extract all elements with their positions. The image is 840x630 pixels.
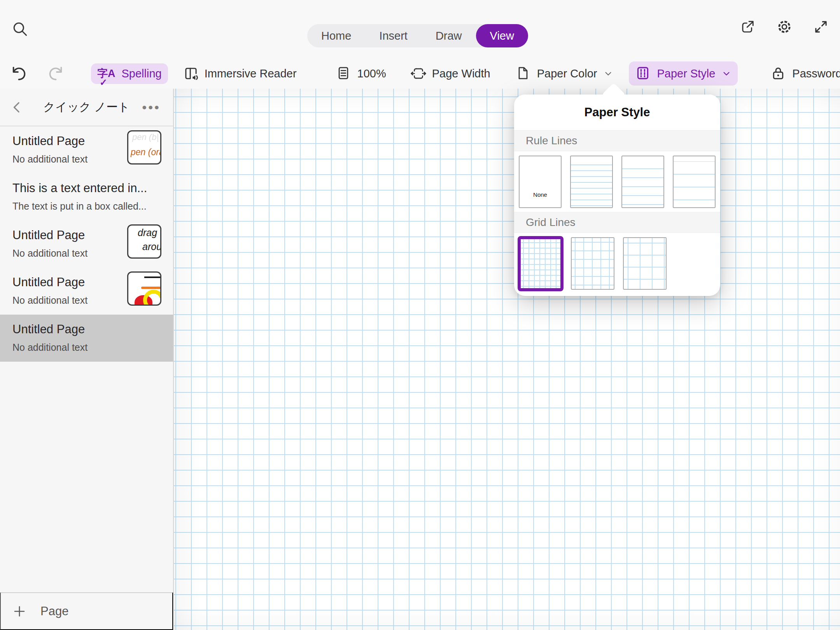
page-width-icon <box>410 65 427 82</box>
fullscreen-button[interactable] <box>813 19 829 35</box>
chevron-left-icon <box>9 100 25 115</box>
page-list: Untitled Page No additional text pen (b|… <box>0 126 173 592</box>
chevron-down-icon <box>721 68 732 79</box>
grid-lines-options <box>514 233 720 296</box>
page-subtitle: No additional text <box>12 295 122 306</box>
thumb-yellow-ring <box>143 290 161 306</box>
share-icon <box>740 19 756 35</box>
paper-color-label: Paper Color <box>537 67 597 80</box>
page-list-sidebar: クイック ノート ••• Untitled Page No additional… <box>0 89 174 630</box>
page-thumbnail: drag arou <box>127 224 161 259</box>
share-button[interactable] <box>740 19 756 35</box>
window-actions <box>740 19 829 35</box>
thumb-ink: arou <box>142 241 161 252</box>
settings-button[interactable] <box>776 19 793 35</box>
page-subtitle: No additional text <box>12 154 122 165</box>
popover-title: Paper Style <box>514 94 720 130</box>
tab-draw[interactable]: Draw <box>422 24 476 47</box>
rule-option-wide[interactable] <box>673 156 716 208</box>
immersive-reader-icon <box>183 65 199 82</box>
page-row-2[interactable]: This is a text entered in... The text is… <box>0 173 173 220</box>
thumb-orange-line <box>141 287 161 289</box>
undo-icon <box>10 65 28 82</box>
page-width-button[interactable]: Page Width <box>404 61 497 86</box>
password-protection-button[interactable]: Password Protection <box>764 61 840 86</box>
chevron-down-icon <box>603 68 613 79</box>
search-icon <box>12 21 24 38</box>
rule-option-none[interactable]: None <box>519 156 562 208</box>
none-label: None <box>520 191 561 198</box>
rule-lines-options: None <box>514 151 720 212</box>
grid-lines-section-header: Grid Lines <box>514 212 720 233</box>
zoom-level-value: 100% <box>357 67 386 80</box>
thumb-ink-orange: pen (ora <box>131 147 161 158</box>
top-bar: Home Insert Draw View <box>0 0 840 89</box>
rule-option-narrow[interactable] <box>570 156 613 208</box>
page-title: Untitled Page <box>12 322 122 336</box>
paper-style-button[interactable]: Paper Style <box>629 61 738 86</box>
add-page-label: Page <box>40 604 68 618</box>
page-row-3[interactable]: Untitled Page No additional text drag ar… <box>0 220 173 268</box>
grid-option-large[interactable] <box>623 237 667 290</box>
search-button[interactable] <box>9 20 26 37</box>
page-row-1[interactable]: Untitled Page No additional text pen (b|… <box>0 126 173 173</box>
zoom-page-icon <box>336 65 352 82</box>
page-title: Untitled Page <box>12 134 122 148</box>
rule-option-medium[interactable] <box>621 156 664 208</box>
page-width-label: Page Width <box>432 67 490 80</box>
back-button[interactable] <box>9 100 25 115</box>
spelling-button[interactable]: 字A✓ Spelling <box>91 63 168 84</box>
note-canvas-grid-paper[interactable] <box>174 89 840 630</box>
view-toolbar: 字A✓ Spelling Immersive Reader <box>0 58 840 89</box>
onenote-app: Home Insert Draw View <box>0 0 840 630</box>
ribbon-tab-row: Home Insert Draw View <box>0 0 840 58</box>
page-title: This is a text entered in... <box>12 181 160 195</box>
password-protection-label: Password Protection <box>792 67 840 80</box>
page-row-4[interactable]: Untitled Page No additional text <box>0 268 173 315</box>
paper-color-icon <box>515 65 532 82</box>
tab-insert[interactable]: Insert <box>365 24 422 47</box>
lock-icon <box>770 65 787 82</box>
redo-icon <box>47 65 65 82</box>
thumb-ink-faint: pen (b| <box>132 132 159 142</box>
page-title: Untitled Page <box>12 228 122 242</box>
rule-lines-section-header: Rule Lines <box>514 130 720 151</box>
add-page-button[interactable]: Page <box>0 592 173 630</box>
grid-option-small-selected[interactable] <box>518 236 564 291</box>
thumb-black-line <box>144 276 161 278</box>
expand-icon <box>813 19 829 35</box>
immersive-reader-button[interactable]: Immersive Reader <box>177 61 303 86</box>
ellipsis-icon: ••• <box>142 100 161 115</box>
thumb-ink: drag <box>138 227 157 238</box>
spelling-icon: 字A✓ <box>97 68 116 79</box>
paper-style-popover: Paper Style Rule Lines None Grid Lines <box>514 94 720 296</box>
tab-home[interactable]: Home <box>307 24 365 47</box>
page-title: Untitled Page <box>12 275 122 289</box>
grid-option-medium[interactable] <box>571 237 614 290</box>
tab-view[interactable]: View <box>476 24 528 47</box>
page-row-5-selected[interactable]: Untitled Page No additional text <box>0 315 173 362</box>
settings-gear-icon <box>776 19 793 35</box>
zoom-level-button[interactable]: 100% <box>329 61 392 86</box>
paper-color-button[interactable]: Paper Color <box>509 61 620 86</box>
redo-button[interactable] <box>47 65 65 82</box>
page-thumbnail: pen (b| pen (ora <box>127 130 161 164</box>
spelling-label: Spelling <box>122 67 162 80</box>
page-subtitle: No additional text <box>12 248 122 259</box>
plus-icon <box>12 604 26 618</box>
paper-style-icon <box>635 65 651 82</box>
more-options-button[interactable]: ••• <box>140 100 163 114</box>
page-subtitle: The text is put in a box called... <box>12 201 160 212</box>
immersive-reader-label: Immersive Reader <box>205 67 297 80</box>
undo-button[interactable] <box>10 65 28 82</box>
paper-style-label: Paper Style <box>657 67 715 80</box>
ribbon-tabs: Home Insert Draw View <box>307 24 528 47</box>
page-subtitle: No additional text <box>12 342 122 353</box>
page-thumbnail <box>127 271 161 306</box>
sidebar-header: クイック ノート ••• <box>0 89 173 126</box>
